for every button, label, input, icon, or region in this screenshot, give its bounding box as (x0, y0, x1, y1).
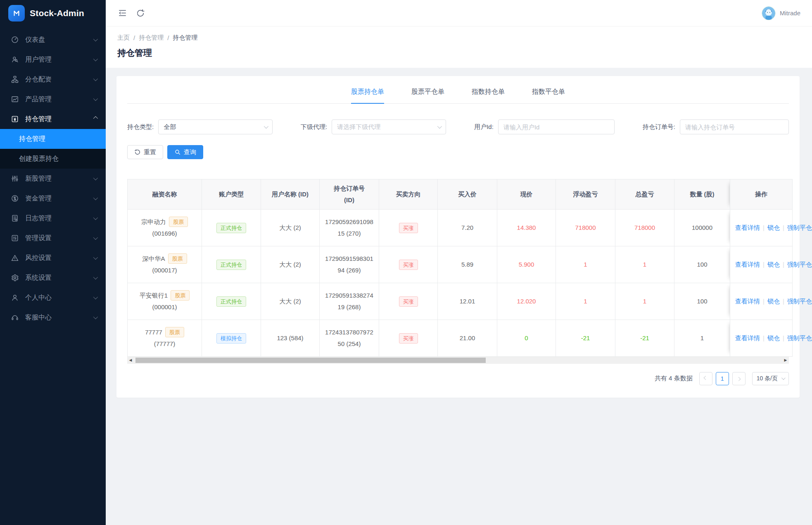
topbar-user[interactable]: Mitrade (762, 6, 800, 20)
sidebar-item-system[interactable]: 系统设置 (0, 268, 106, 288)
filter-label: 持仓类型: (127, 123, 154, 131)
page-number-button[interactable]: 1 (716, 372, 729, 385)
stock-code: (001696) (133, 228, 197, 239)
logs-icon (11, 214, 19, 222)
reset-button[interactable]: 重置 (127, 145, 163, 159)
scroll-left-icon[interactable]: ◀ (127, 357, 134, 364)
brand[interactable]: Stock-Admin (0, 0, 106, 26)
cell-actions: 查看详情|锁仓|强制平仓 (730, 320, 793, 356)
tab-0[interactable]: 股票持仓单 (351, 88, 384, 103)
action-force-close[interactable]: 强制平仓 (787, 334, 812, 341)
account-type-tag: 正式持仓 (216, 260, 246, 270)
action-separator: | (783, 261, 784, 268)
cell-finance-name: 77777股票(77777) (128, 320, 202, 356)
user-id-input[interactable] (498, 119, 615, 134)
cell-order-no: 1729059133827419 (268) (320, 283, 379, 320)
topbar: Mitrade (106, 0, 812, 26)
positions-card: 股票持仓单股票平仓单指数持仓单指数平仓单 持仓类型:全部下级代理:请选择下级代理… (116, 76, 800, 398)
action-force-close[interactable]: 强制平仓 (787, 298, 812, 305)
main-area: Mitrade 主页/持仓管理/持仓管理 持仓管理 股票持仓单股票平仓单指数持仓… (106, 0, 812, 525)
sidebar-item-product[interactable]: 产品管理 (0, 89, 106, 109)
cell-actions: 查看详情|锁仓|强制平仓 (730, 246, 793, 283)
filter-label: 持仓订单号: (643, 123, 675, 131)
cell-buy-price: 5.89 (438, 246, 497, 283)
tab-3[interactable]: 指数平仓单 (532, 88, 565, 103)
prev-page-button[interactable] (699, 372, 712, 385)
action-lock-position[interactable]: 锁仓 (767, 298, 780, 305)
sidebar-item-risk[interactable]: 风控设置 (0, 248, 106, 268)
position-type-select[interactable]: 全部 (158, 119, 273, 134)
action-separator: | (763, 224, 765, 231)
cell-buy-price: 21.00 (438, 320, 497, 356)
column-header-1: 账户类型 (202, 179, 261, 210)
sidebar-item-logs[interactable]: 日志管理 (0, 208, 106, 228)
filter-group-user-id: 用户Id: (474, 119, 615, 134)
refresh-icon[interactable] (135, 8, 145, 18)
cell-user: 123 (584) (261, 320, 320, 356)
scrollbar-track[interactable] (134, 357, 782, 364)
action-view-detail[interactable]: 查看详情 (735, 261, 760, 268)
sidebar-menu: 仪表盘用户管理分仓配资产品管理持仓管理持仓管理创建股票持仓新股管理资金管理日志管… (0, 26, 106, 327)
sidebar-item-admin[interactable]: 管理设置 (0, 228, 106, 248)
column-header-8: 总盈亏 (615, 179, 674, 210)
sidebar-subitem-create-stock-position[interactable]: 创建股票持仓 (0, 149, 106, 169)
action-view-detail[interactable]: 查看详情 (735, 334, 760, 341)
ipo-icon (11, 174, 19, 183)
action-lock-position[interactable]: 锁仓 (767, 261, 780, 268)
cell-total-pl: 1 (615, 283, 674, 320)
next-page-button[interactable] (732, 372, 746, 385)
action-view-detail[interactable]: 查看详情 (735, 298, 760, 305)
sidebar-item-label: 个人中心 (25, 294, 93, 302)
action-force-close[interactable]: 强制平仓 (787, 224, 812, 231)
brand-name: Stock-Admin (30, 8, 84, 18)
action-lock-position[interactable]: 锁仓 (767, 334, 780, 341)
sidebar-item-position[interactable]: 持仓管理 (0, 109, 106, 129)
sidebar-item-users[interactable]: 用户管理 (0, 50, 106, 69)
sidebar-item-profile[interactable]: 个人中心 (0, 288, 106, 308)
column-header-4: 买卖方向 (379, 179, 438, 210)
sidebar-item-allocation[interactable]: 分仓配资 (0, 69, 106, 89)
horizontal-scrollbar[interactable]: ◀ ▶ (127, 357, 789, 364)
page-size-select[interactable]: 10 条/页 (752, 372, 789, 385)
dashboard-icon (11, 36, 19, 44)
sidebar-item-support[interactable]: 客服中心 (0, 308, 106, 327)
sidebar-item-dashboard[interactable]: 仪表盘 (0, 30, 106, 50)
breadcrumb-item[interactable]: 持仓管理 (139, 34, 164, 42)
cell-buy-price: 12.01 (438, 283, 497, 320)
avatar[interactable] (762, 6, 776, 20)
search-button[interactable]: 查询 (167, 145, 203, 159)
sidebar-item-label: 产品管理 (25, 95, 93, 104)
support-icon (11, 313, 19, 322)
positions-table-wrap: 融资名称账户类型用户名称 (ID)持仓订单号 (ID)买卖方向买入价现价浮动盈亏… (127, 179, 789, 364)
scroll-right-icon[interactable]: ▶ (782, 357, 789, 364)
search-icon (174, 149, 181, 155)
page-size-value: 10 条/页 (757, 375, 778, 382)
cell-total-pl: 718000 (615, 209, 674, 246)
chevron-up-icon (93, 116, 98, 121)
sidebar-item-funds[interactable]: 资金管理 (0, 189, 106, 208)
scrollbar-thumb[interactable] (135, 358, 486, 363)
sidebar-item-label: 风控设置 (25, 254, 93, 262)
funds-icon (11, 194, 19, 203)
breadcrumb-item[interactable]: 主页 (117, 34, 130, 42)
select-placeholder: 请选择下级代理 (337, 123, 380, 131)
table-row: 深中华A股票(000017)正式持仓大大 (2)1729059159830194… (128, 246, 793, 283)
tab-bar: 股票持仓单股票平仓单指数持仓单指数平仓单 (127, 76, 789, 104)
chevron-down-icon (93, 37, 98, 41)
action-lock-position[interactable]: 锁仓 (767, 224, 780, 231)
cell-quantity: 100 (674, 283, 730, 320)
sidebar-item-ipo[interactable]: 新股管理 (0, 169, 106, 189)
cell-current-price: 14.380 (497, 209, 556, 246)
collapse-menu-icon[interactable] (117, 8, 127, 18)
action-force-close[interactable]: 强制平仓 (787, 261, 812, 268)
action-view-detail[interactable]: 查看详情 (735, 224, 760, 231)
direction-tag: 买涨 (399, 333, 418, 344)
sidebar-subitem-position-list[interactable]: 持仓管理 (0, 129, 106, 149)
tab-1[interactable]: 股票平仓单 (411, 88, 444, 103)
tab-2[interactable]: 指数持仓单 (472, 88, 505, 103)
sub-agent-select[interactable]: 请选择下级代理 (332, 119, 446, 134)
chevron-down-icon (93, 315, 98, 319)
filter-group-sub-agent: 下级代理:请选择下级代理 (301, 119, 446, 134)
action-separator: | (763, 261, 765, 268)
order-no-input[interactable] (680, 119, 789, 134)
